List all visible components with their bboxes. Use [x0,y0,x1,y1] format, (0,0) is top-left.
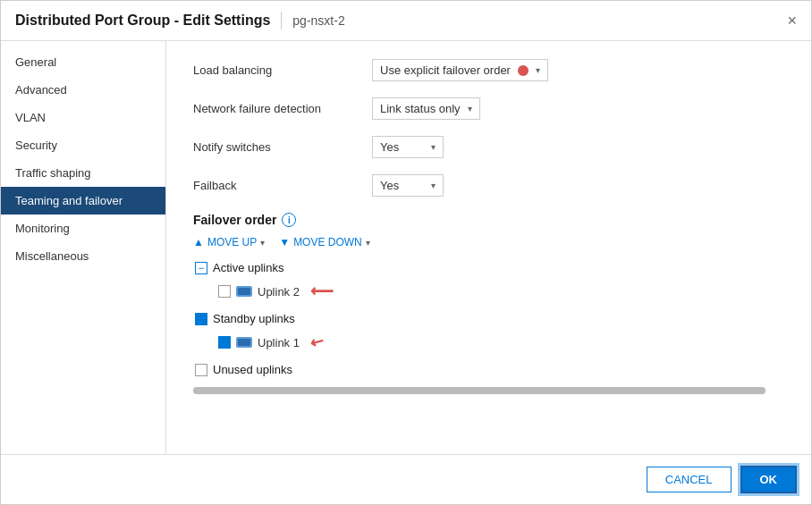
uplink1-icon [236,337,252,348]
uplink2-item: Uplink 2 ⟵ [193,278,784,305]
failover-section-title: Failover order i [193,213,784,227]
close-button[interactable]: × [787,13,797,29]
chevron-down-icon: ▾ [468,104,472,114]
load-balancing-select[interactable]: Use explicit failover order ▾ [372,59,548,81]
chevron-down-icon: ▾ [536,65,540,75]
notify-switches-control: Yes ▾ [372,136,444,158]
standby-uplinks-label: Standby uplinks [213,312,295,325]
unused-uplinks-group: Unused uplinks [193,359,784,380]
sidebar-item-security[interactable]: Security [1,131,165,159]
unused-uplinks-header: Unused uplinks [193,359,784,380]
sidebar-item-vlan[interactable]: VLAN [1,104,165,131]
active-uplinks-header: Active uplinks [193,257,784,278]
active-uplinks-group: Active uplinks Uplink 2 ⟵ [193,257,784,305]
uplink2-label: Uplink 2 [258,285,300,299]
dialog-footer: CANCEL OK [1,454,811,504]
dialog-header: Distributed Port Group - Edit Settings p… [1,1,811,41]
sidebar-item-traffic-shaping[interactable]: Traffic shaping [1,159,165,187]
uplink1-checkbox[interactable] [218,336,231,349]
sidebar-item-general[interactable]: General [1,48,165,76]
active-uplinks-label: Active uplinks [213,261,283,274]
move-down-icon: ▼ [279,236,290,248]
dialog-container: Distributed Port Group - Edit Settings p… [0,0,812,505]
sidebar-item-advanced[interactable]: Advanced [1,76,165,104]
uplink1-label: Uplink 1 [258,336,300,349]
load-balancing-label: Load balancing [193,63,372,77]
chevron-down-icon: ▾ [431,142,436,152]
network-failure-label: Network failure detection [193,102,372,115]
active-uplinks-checkbox[interactable] [195,262,207,274]
sidebar-item-monitoring[interactable]: Monitoring [1,215,165,242]
failback-row: Failback Yes ▾ [193,174,784,197]
scrollbar-track[interactable] [193,387,765,394]
red-arrow-uplink2: ⟵ [310,282,334,301]
sidebar-item-miscellaneous[interactable]: Miscellaneous [1,242,165,270]
cancel-button[interactable]: CANCEL [647,467,732,492]
unused-uplinks-label: Unused uplinks [213,363,292,376]
title-divider [281,12,282,29]
sidebar: General Advanced VLAN Security Traffic s… [1,41,166,454]
main-content: Load balancing Use explicit failover ord… [166,41,811,454]
standby-uplinks-header: Standby uplinks [193,308,784,329]
load-balancing-row: Load balancing Use explicit failover ord… [193,59,784,81]
chevron-down-icon: ▾ [260,238,265,248]
sidebar-item-teaming-failover[interactable]: Teaming and failover [1,187,165,215]
red-arrow-uplink1: ↙ [306,331,327,355]
move-controls: ▲ MOVE UP ▾ ▼ MOVE DOWN ▾ [193,236,784,248]
scrollbar-thumb [193,387,765,394]
unused-uplinks-checkbox[interactable] [195,364,207,376]
network-failure-control: Link status only ▾ [372,97,480,120]
info-icon[interactable]: i [282,213,296,227]
dialog-subtitle: pg-nsxt-2 [292,13,344,28]
standby-uplinks-group: Standby uplinks Uplink 1 ↙ [193,308,784,356]
failback-control: Yes ▾ [372,174,444,197]
notify-switches-select[interactable]: Yes ▾ [372,136,444,158]
uplink1-item: Uplink 1 ↙ [193,329,784,356]
uplink2-icon [236,286,252,297]
dialog-body: General Advanced VLAN Security Traffic s… [1,41,811,454]
chevron-down-icon: ▾ [431,181,436,190]
load-balancing-control: Use explicit failover order ▾ [372,59,548,81]
standby-uplinks-checkbox[interactable] [195,313,207,325]
failback-label: Failback [193,179,372,192]
notify-switches-row: Notify switches Yes ▾ [193,136,784,158]
uplink2-checkbox[interactable] [218,285,231,298]
move-down-button[interactable]: ▼ MOVE DOWN ▾ [279,236,370,248]
ok-button[interactable]: OK [740,466,798,493]
red-indicator [518,65,529,76]
chevron-down-icon: ▾ [366,238,370,248]
move-up-button[interactable]: ▲ MOVE UP ▾ [193,236,265,248]
move-up-icon: ▲ [193,236,204,248]
notify-switches-label: Notify switches [193,140,372,154]
network-failure-select[interactable]: Link status only ▾ [372,97,480,120]
failback-select[interactable]: Yes ▾ [372,174,444,197]
network-failure-row: Network failure detection Link status on… [193,97,784,120]
dialog-title: Distributed Port Group - Edit Settings [15,13,270,29]
